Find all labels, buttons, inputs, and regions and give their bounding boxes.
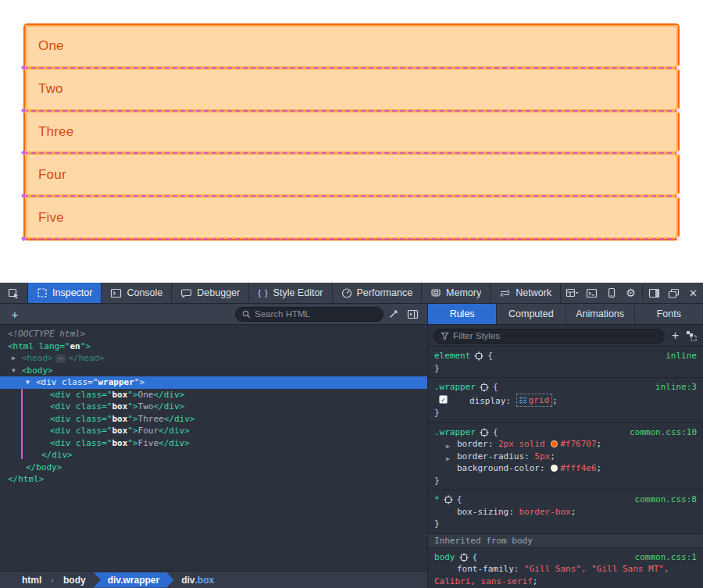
search-html-box[interactable] xyxy=(235,307,384,322)
markup-row[interactable]: <!DOCTYPE html> xyxy=(0,328,427,340)
breadcrumb-item[interactable]: div.wrapper xyxy=(94,572,173,588)
filter-icon xyxy=(441,332,449,340)
selector-highlighter-icon[interactable] xyxy=(444,495,453,504)
dock-side-button[interactable] xyxy=(644,283,664,304)
markup-tokens: <div class="box">Four</div> xyxy=(50,426,190,436)
css-property-name[interactable]: border xyxy=(457,439,488,449)
eyedropper-icon xyxy=(388,308,399,319)
close-brace: } xyxy=(434,518,697,530)
settings-gear-button[interactable]: ⚙ xyxy=(621,283,641,304)
css-property-value[interactable]: 5px xyxy=(534,451,550,461)
declaration-checkbox[interactable]: ✓ xyxy=(439,395,448,404)
tab-styleeditor[interactable]: { }Style Editor xyxy=(249,283,332,303)
close-button[interactable]: ✕ xyxy=(683,283,703,304)
css-property-name[interactable]: display xyxy=(469,396,505,406)
grid-highlighter-badge[interactable]: grid xyxy=(516,394,553,408)
tab-network[interactable]: Network xyxy=(491,283,561,303)
breadcrumb-item[interactable]: div.box xyxy=(173,575,222,586)
selector-highlighter-icon[interactable] xyxy=(480,428,489,437)
markup-tokens: <div class="box">One</div> xyxy=(50,390,184,400)
open-brace: { xyxy=(493,426,498,439)
markup-row[interactable]: </html> xyxy=(0,473,427,486)
separate-window-button[interactable] xyxy=(664,283,683,304)
close-brace: } xyxy=(434,475,697,487)
tab-debugger[interactable]: Debugger xyxy=(172,283,249,303)
markup-row[interactable]: <div class="box">Two</div> xyxy=(0,401,427,413)
color-swatch[interactable] xyxy=(551,465,558,472)
rules-panel: + element{inline}.wrapper{inline:3✓displ… xyxy=(428,326,703,588)
style-editor-icon: { } xyxy=(258,288,268,298)
filter-styles-input[interactable] xyxy=(453,331,658,340)
css-declaration[interactable]: box-sizing: border-box; xyxy=(434,506,697,519)
rule-selector[interactable]: .wrapper xyxy=(434,426,476,439)
tab-performance[interactable]: Performance xyxy=(333,283,423,303)
tab-memory[interactable]: Memory xyxy=(422,283,491,303)
markup-row[interactable]: <div class="box">Four</div> xyxy=(0,425,427,437)
css-property-name[interactable]: font-family xyxy=(457,564,514,574)
css-property-value[interactable]: 2px solid xyxy=(498,439,550,449)
rule-selector[interactable]: .wrapper xyxy=(434,381,476,394)
css-declaration[interactable]: ▶border: 2px solid #f76707; xyxy=(434,438,697,451)
add-node-button[interactable]: + xyxy=(5,308,25,321)
breadcrumb-item[interactable]: body xyxy=(55,575,94,586)
selector-highlighter-icon[interactable] xyxy=(459,553,469,562)
color-swatch[interactable] xyxy=(551,440,558,447)
rule-source-link[interactable]: inline xyxy=(666,350,697,362)
css-property-value[interactable]: #fff4e6 xyxy=(560,463,596,473)
chevron-right-icon: › xyxy=(49,576,55,585)
markup-token: </body> xyxy=(26,462,62,472)
css-declaration[interactable]: background-color: #fff4e6; xyxy=(434,462,697,475)
rule-selector[interactable]: * xyxy=(434,494,440,506)
grid-toggle-icon[interactable] xyxy=(519,397,526,404)
rule-selector[interactable]: element xyxy=(434,350,470,362)
css-property-value[interactable]: #f76707 xyxy=(560,439,596,449)
selector-highlighter-icon[interactable] xyxy=(474,351,484,361)
eyedropper-button[interactable] xyxy=(384,304,403,325)
sidebar-tab-computed[interactable]: Computed xyxy=(497,304,566,324)
tab-label: Style Editor xyxy=(273,287,323,298)
markup-row[interactable]: <html lang="en"> xyxy=(0,340,427,353)
markup-row[interactable]: ▶<head>⋯</head> xyxy=(0,352,427,365)
css-property-value[interactable]: grid xyxy=(529,394,550,407)
markup-row[interactable]: <div class="box">Five</div> xyxy=(0,437,427,450)
twisty-icon[interactable]: ▼ xyxy=(12,365,16,377)
split-console-button[interactable] xyxy=(582,283,601,304)
toggle-classes-button[interactable] xyxy=(686,330,698,341)
sidebar-tab-animations[interactable]: Animations xyxy=(566,304,635,324)
pick-element-button[interactable] xyxy=(0,283,28,303)
responsive-design-button[interactable] xyxy=(601,283,621,304)
iframe-picker-button[interactable] xyxy=(562,283,582,304)
markup-row[interactable]: <div class="box">Three</div> xyxy=(0,413,427,426)
css-declaration[interactable]: ▶border-radius: 5px; xyxy=(434,451,697,463)
css-property-value[interactable]: border-box xyxy=(519,507,570,517)
rule-source-link[interactable]: inline:3 xyxy=(655,381,697,394)
sidebar-tab-rules[interactable]: Rules xyxy=(428,304,497,324)
rule-selector[interactable]: body xyxy=(434,551,455,564)
sidebar-tab-fonts[interactable]: Fonts xyxy=(635,304,703,324)
css-declaration[interactable]: ✓display: grid; xyxy=(434,394,697,408)
twisty-icon[interactable]: ▶ xyxy=(12,352,16,365)
rule-header: body{common.css:1 xyxy=(434,551,697,564)
search-html-input[interactable] xyxy=(255,309,376,319)
css-property-name[interactable]: box-sizing xyxy=(457,507,509,517)
markup-row[interactable]: ▼<body> xyxy=(0,365,427,377)
breadcrumb-item[interactable]: html xyxy=(14,575,49,586)
css-property-name[interactable]: border-radius xyxy=(457,451,524,461)
rule-source-link[interactable]: common.css:8 xyxy=(635,494,697,506)
css-declaration[interactable]: font-family: "Gill Sans", "Gill Sans MT"… xyxy=(434,563,697,587)
twisty-icon[interactable]: ▼ xyxy=(26,376,30,389)
markup-row[interactable]: </div> xyxy=(0,449,427,461)
markup-row[interactable]: </body> xyxy=(0,461,427,474)
grid-box: One xyxy=(25,25,678,68)
filter-styles-box[interactable] xyxy=(434,329,665,344)
rule-source-link[interactable]: common.css:10 xyxy=(630,426,697,439)
markup-row[interactable]: <div class="box">One</div> xyxy=(0,389,427,401)
add-rule-button[interactable]: + xyxy=(672,329,679,343)
rule-source-link[interactable]: common.css:1 xyxy=(635,551,697,564)
markup-row[interactable]: ▼<div class="wrapper"> xyxy=(0,376,427,389)
selector-highlighter-icon[interactable] xyxy=(480,383,489,392)
three-pane-toggle-button[interactable] xyxy=(403,304,423,325)
tab-inspector[interactable]: Inspector xyxy=(28,283,102,303)
css-property-name[interactable]: background-color xyxy=(457,463,540,473)
tab-console[interactable]: Console xyxy=(102,283,172,303)
